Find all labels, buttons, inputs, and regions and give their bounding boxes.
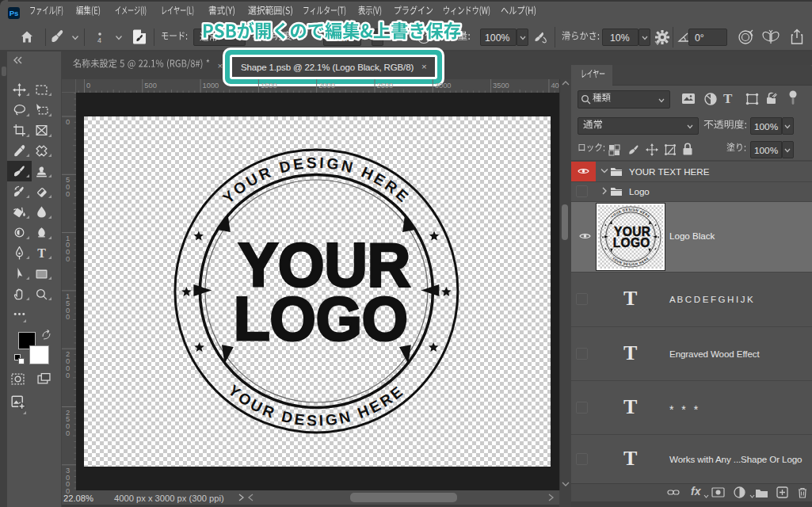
svg-text:0: 0: [66, 372, 70, 379]
svg-text:2000: 2000: [318, 82, 335, 90]
svg-text:0: 0: [66, 118, 70, 126]
svg-text:T: T: [37, 246, 46, 260]
svg-text:500: 500: [144, 82, 157, 90]
svg-text:0: 0: [66, 313, 70, 321]
svg-text:3000: 3000: [435, 82, 452, 90]
svg-text:0: 0: [66, 190, 70, 198]
svg-text:2500: 2500: [377, 82, 394, 90]
svg-text:LOGO: LOGO: [613, 235, 650, 250]
svg-text:0: 0: [86, 82, 90, 90]
svg-text:3500: 3500: [493, 82, 509, 90]
svg-text:1000: 1000: [203, 82, 219, 90]
svg-text:1500: 1500: [261, 82, 277, 90]
svg-text:4000: 4000: [551, 82, 559, 90]
svg-text:LOGO: LOGO: [234, 284, 408, 353]
svg-text:0: 0: [66, 255, 70, 263]
svg-text:0: 0: [66, 429, 70, 437]
